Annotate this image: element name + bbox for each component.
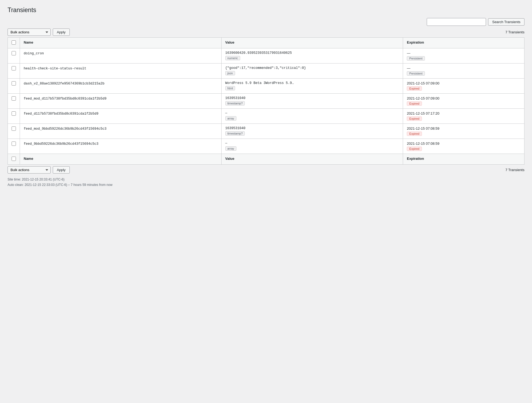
footer-expiration: Expiration bbox=[403, 154, 524, 165]
bulk-bar-top: Bulk actions Delete Apply 7 Transients bbox=[8, 29, 524, 36]
row-name: dash_v2_88ae138922fe95674369b1cb3d215a2b bbox=[24, 82, 104, 86]
top-bar: Search Transients bbox=[8, 18, 524, 26]
row-type-badge: timestamp? bbox=[225, 101, 245, 105]
bulk-actions-select-bottom[interactable]: Bulk actions Delete bbox=[8, 166, 51, 174]
select-all-checkbox-bottom[interactable] bbox=[12, 157, 16, 161]
site-time: Site time: 2021-12-15 20:33:41 (UTC-6) bbox=[8, 177, 524, 182]
row-checkbox-cell bbox=[8, 124, 20, 139]
row-value-main: 1639531040 bbox=[225, 126, 399, 130]
row-name-cell: feed_mod_d117b5738fbd35bd8c0391cda1f2b5d… bbox=[20, 94, 222, 109]
row-checkbox-2[interactable] bbox=[12, 81, 16, 86]
footer-info: Site time: 2021-12-15 20:33:41 (UTC-6) A… bbox=[8, 177, 524, 188]
row-expiry-date: 2021-12-15 07:17:20 bbox=[407, 111, 520, 115]
row-type-badge: array bbox=[225, 146, 236, 151]
row-checkbox-0[interactable] bbox=[12, 51, 16, 55]
row-expiry-date: 2021-12-15 07:09:00 bbox=[407, 96, 520, 100]
row-type-badge: array bbox=[225, 116, 236, 121]
row-name-cell: feed_mod_9bbd59226dc36b9b26cd43f15694c5c… bbox=[20, 124, 222, 139]
row-expired-badge: Expired bbox=[407, 116, 422, 121]
row-expiration-cell: 2021-12-15 07:08:59Expired bbox=[403, 139, 524, 154]
row-expiration-cell: 2021-12-15 07:09:00Expired bbox=[403, 94, 524, 109]
row-type-badge: timestamp? bbox=[225, 131, 245, 136]
row-checkbox-cell bbox=[8, 63, 20, 79]
row-expiry-date: 2021-12-15 07:08:59 bbox=[407, 142, 520, 146]
row-checkbox-cell bbox=[8, 48, 20, 63]
row-checkbox-4[interactable] bbox=[12, 111, 16, 116]
apply-button-top[interactable]: Apply bbox=[53, 29, 70, 36]
row-expiration-cell: 2021-12-15 07:17:20Expired bbox=[403, 109, 524, 124]
row-expired-badge: Expired bbox=[407, 147, 422, 151]
table-row: dash_v2_88ae138922fe95674369b1cb3d215a2b… bbox=[8, 79, 524, 94]
row-name: feed_mod_d117b5738fbd35bd8c0391cda1f2b5d… bbox=[24, 97, 107, 101]
search-area: Search Transients bbox=[427, 18, 524, 26]
table-header-row: Name Value Expiration bbox=[8, 38, 524, 48]
row-checkbox-5[interactable] bbox=[12, 126, 16, 131]
row-name-cell: dash_v2_88ae138922fe95674369b1cb3d215a2b bbox=[20, 79, 222, 94]
header-name: Name bbox=[20, 38, 222, 48]
row-value-main: 1639531040 bbox=[225, 96, 399, 100]
row-value-cell: 1639531040timestamp? bbox=[221, 94, 403, 109]
header-checkbox-col bbox=[8, 38, 20, 48]
row-value-main: 1639600420.9395239353179931640625 bbox=[225, 51, 399, 55]
transients-table: Name Value Expiration doing_cron16396004… bbox=[8, 37, 524, 165]
row-checkbox-cell bbox=[8, 109, 20, 124]
row-expiry-date: 2021-12-15 07:09:00 bbox=[407, 81, 520, 85]
row-expired-badge: Expired bbox=[407, 101, 422, 106]
row-value-cell: 1639600420.9395239353179931640625numeric bbox=[221, 48, 403, 63]
table-row: doing_cron1639600420.9395239353179931640… bbox=[8, 48, 524, 63]
row-value-cell: —array bbox=[221, 109, 403, 124]
row-expired-badge: Expired bbox=[407, 132, 422, 136]
row-value-cell: {"good":17,"recommended":3,"critical":0}… bbox=[221, 63, 403, 79]
row-name: feed_mod_9bbd59226dc36b9b26cd43f15694c5c… bbox=[24, 127, 107, 131]
row-type-badge: numeric bbox=[225, 56, 240, 60]
header-value: Value bbox=[221, 38, 403, 48]
row-name: health-check-site-status-result bbox=[24, 67, 86, 70]
row-persistent-badge: Persistent bbox=[407, 71, 425, 76]
row-expired-badge: Expired bbox=[407, 86, 422, 91]
row-checkbox-3[interactable] bbox=[12, 96, 16, 101]
table-row: feed_mod_d117b5738fbd35bd8c0391cda1f2b5d… bbox=[8, 94, 524, 109]
page-title: Transients bbox=[8, 6, 524, 14]
row-expiry-date: — bbox=[407, 66, 520, 70]
row-expiration-cell: —Persistent bbox=[403, 63, 524, 79]
bulk-actions-left-bottom: Bulk actions Delete Apply bbox=[8, 166, 70, 174]
bulk-bar-bottom: Bulk actions Delete Apply 7 Transients bbox=[8, 166, 524, 174]
footer-name: Name bbox=[20, 154, 222, 165]
row-value-main: — bbox=[225, 142, 399, 145]
row-name-cell: feed_d117b5738fbd35bd8c0391cda1f2b5d9 bbox=[20, 109, 222, 124]
row-value-cell: WordPress 5.9 Beta 3WordPress 5.9…html bbox=[221, 79, 403, 94]
table-row: health-check-site-status-result{"good":1… bbox=[8, 63, 524, 79]
search-transients-button[interactable]: Search Transients bbox=[488, 18, 524, 26]
header-expiration: Expiration bbox=[403, 38, 524, 48]
table-row: feed_d117b5738fbd35bd8c0391cda1f2b5d9—ar… bbox=[8, 109, 524, 124]
transient-count-top: 7 Transients bbox=[505, 30, 524, 34]
row-value-cell: —array bbox=[221, 139, 403, 154]
search-input[interactable] bbox=[427, 18, 486, 26]
row-type-badge: html bbox=[225, 86, 235, 90]
row-checkbox-6[interactable] bbox=[12, 142, 16, 146]
row-checkbox-cell bbox=[8, 139, 20, 154]
row-checkbox-cell bbox=[8, 94, 20, 109]
row-persistent-badge: Persistent bbox=[407, 56, 425, 61]
row-expiration-cell: —Persistent bbox=[403, 48, 524, 63]
row-expiry-date: — bbox=[407, 51, 520, 55]
transient-count-bottom: 7 Transients bbox=[505, 168, 524, 172]
footer-value: Value bbox=[221, 154, 403, 165]
select-all-checkbox-top[interactable] bbox=[12, 40, 16, 45]
row-value-cell: 1639531040timestamp? bbox=[221, 124, 403, 139]
table-footer-row: Name Value Expiration bbox=[8, 154, 524, 165]
table-row: feed_mod_9bbd59226dc36b9b26cd43f15694c5c… bbox=[8, 124, 524, 139]
table-row: feed_9bbd59226dc36b9b26cd43f15694c5c3—ar… bbox=[8, 139, 524, 154]
bulk-actions-select-top[interactable]: Bulk actions Delete bbox=[8, 29, 51, 36]
row-expiration-cell: 2021-12-15 07:08:59Expired bbox=[403, 124, 524, 139]
row-type-badge: json bbox=[225, 71, 235, 75]
row-checkbox-cell bbox=[8, 79, 20, 94]
apply-button-bottom[interactable]: Apply bbox=[53, 166, 70, 174]
row-expiration-cell: 2021-12-15 07:09:00Expired bbox=[403, 79, 524, 94]
row-expiry-date: 2021-12-15 07:08:59 bbox=[407, 126, 520, 130]
row-name: feed_9bbd59226dc36b9b26cd43f15694c5c3 bbox=[24, 142, 99, 146]
row-checkbox-1[interactable] bbox=[12, 66, 16, 70]
row-value-main: — bbox=[225, 111, 399, 115]
row-value-main: WordPress 5.9 Beta 3WordPress 5.9… bbox=[225, 81, 399, 85]
row-name: doing_cron bbox=[24, 52, 44, 55]
